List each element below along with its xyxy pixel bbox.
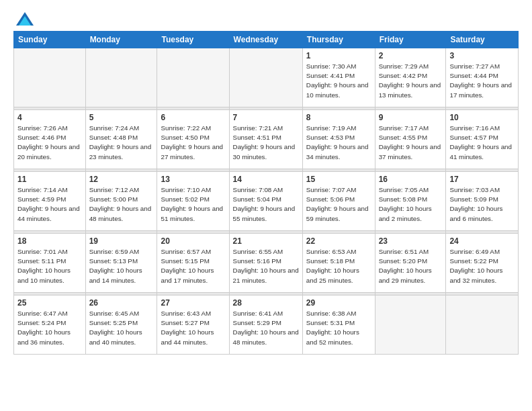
day-detail: Sunrise: 7:17 AMSunset: 4:55 PMDaylight:… [379, 124, 443, 162]
calendar-cell [229, 48, 302, 107]
logo-icon [15, 11, 35, 31]
weekday-header: Friday [375, 32, 446, 48]
calendar-cell: 6Sunrise: 7:22 AMSunset: 4:50 PMDaylight… [157, 110, 229, 169]
day-number: 20 [161, 236, 225, 246]
weekday-header: Thursday [302, 32, 375, 48]
day-number: 2 [379, 51, 443, 60]
day-number: 9 [379, 113, 443, 122]
weekday-header: Wednesday [229, 32, 302, 48]
calendar-cell: 27Sunrise: 6:43 AMSunset: 5:27 PMDayligh… [157, 295, 229, 355]
day-detail: Sunrise: 6:53 AMSunset: 5:18 PMDaylight:… [306, 247, 371, 285]
calendar-cell: 14Sunrise: 7:08 AMSunset: 5:04 PMDayligh… [229, 172, 302, 231]
day-number: 26 [89, 298, 154, 308]
day-detail: Sunrise: 7:14 AMSunset: 4:59 PMDaylight:… [17, 185, 82, 224]
day-number: 4 [17, 113, 82, 122]
day-detail: Sunrise: 6:43 AMSunset: 5:27 PMDaylight:… [161, 309, 225, 347]
calendar-cell [446, 295, 519, 355]
page-container: SundayMondayTuesdayWednesdayThursdayFrid… [0, 0, 532, 361]
calendar-week-row: 1Sunrise: 7:30 AMSunset: 4:41 PMDaylight… [14, 48, 519, 107]
weekday-header: Tuesday [157, 32, 229, 48]
calendar-week-row: 11Sunrise: 7:14 AMSunset: 4:59 PMDayligh… [14, 172, 519, 231]
logo [13, 11, 35, 27]
day-detail: Sunrise: 7:21 AMSunset: 4:51 PMDaylight:… [233, 124, 299, 162]
day-detail: Sunrise: 7:03 AMSunset: 5:09 PMDaylight:… [449, 185, 515, 224]
day-number: 8 [306, 113, 371, 122]
day-detail: Sunrise: 6:49 AMSunset: 5:22 PMDaylight:… [449, 247, 515, 285]
calendar-week-row: 4Sunrise: 7:26 AMSunset: 4:46 PMDaylight… [14, 110, 519, 169]
day-number: 19 [89, 236, 154, 246]
day-number: 3 [449, 51, 515, 60]
calendar-cell: 28Sunrise: 6:41 AMSunset: 5:29 PMDayligh… [229, 295, 302, 355]
calendar-cell: 17Sunrise: 7:03 AMSunset: 5:09 PMDayligh… [446, 172, 519, 231]
calendar-cell: 18Sunrise: 7:01 AMSunset: 5:11 PMDayligh… [14, 234, 86, 293]
calendar-cell: 22Sunrise: 6:53 AMSunset: 5:18 PMDayligh… [302, 234, 375, 293]
day-detail: Sunrise: 6:45 AMSunset: 5:25 PMDaylight:… [89, 309, 154, 347]
day-number: 28 [233, 298, 299, 308]
calendar-cell: 13Sunrise: 7:10 AMSunset: 5:02 PMDayligh… [157, 172, 229, 231]
day-detail: Sunrise: 7:16 AMSunset: 4:57 PMDaylight:… [449, 124, 515, 162]
day-detail: Sunrise: 6:55 AMSunset: 5:16 PMDaylight:… [233, 247, 299, 285]
day-number: 29 [306, 298, 371, 308]
calendar-cell [375, 295, 446, 355]
header [13, 11, 519, 27]
day-number: 1 [306, 51, 371, 60]
day-number: 7 [233, 113, 299, 122]
weekday-header: Saturday [446, 32, 519, 48]
day-number: 6 [161, 113, 225, 122]
day-number: 5 [89, 113, 154, 122]
day-number: 27 [161, 298, 225, 308]
day-number: 15 [306, 175, 371, 184]
calendar-week-row: 18Sunrise: 7:01 AMSunset: 5:11 PMDayligh… [14, 234, 519, 293]
day-number: 17 [449, 175, 515, 184]
calendar-cell: 5Sunrise: 7:24 AMSunset: 4:48 PMDaylight… [85, 110, 157, 169]
day-number: 23 [379, 236, 443, 246]
day-detail: Sunrise: 6:47 AMSunset: 5:24 PMDaylight:… [17, 309, 82, 347]
day-number: 10 [449, 113, 515, 122]
calendar-cell [85, 48, 157, 107]
calendar-cell: 4Sunrise: 7:26 AMSunset: 4:46 PMDaylight… [14, 110, 86, 169]
day-number: 12 [89, 175, 154, 184]
day-detail: Sunrise: 7:08 AMSunset: 5:04 PMDaylight:… [233, 185, 299, 224]
weekday-header: Monday [85, 32, 157, 48]
calendar-cell: 3Sunrise: 7:27 AMSunset: 4:44 PMDaylight… [446, 48, 519, 107]
calendar-cell: 15Sunrise: 7:07 AMSunset: 5:06 PMDayligh… [302, 172, 375, 231]
day-detail: Sunrise: 7:07 AMSunset: 5:06 PMDaylight:… [306, 185, 371, 224]
day-detail: Sunrise: 7:22 AMSunset: 4:50 PMDaylight:… [161, 124, 225, 162]
day-detail: Sunrise: 7:27 AMSunset: 4:44 PMDaylight:… [449, 62, 515, 100]
calendar-cell: 2Sunrise: 7:29 AMSunset: 4:42 PMDaylight… [375, 48, 446, 107]
calendar-cell: 11Sunrise: 7:14 AMSunset: 4:59 PMDayligh… [14, 172, 86, 231]
day-number: 11 [17, 175, 82, 184]
day-detail: Sunrise: 7:24 AMSunset: 4:48 PMDaylight:… [89, 124, 154, 162]
calendar-cell: 20Sunrise: 6:57 AMSunset: 5:15 PMDayligh… [157, 234, 229, 293]
calendar-cell: 25Sunrise: 6:47 AMSunset: 5:24 PMDayligh… [14, 295, 86, 355]
day-detail: Sunrise: 7:19 AMSunset: 4:53 PMDaylight:… [306, 124, 371, 162]
day-detail: Sunrise: 6:57 AMSunset: 5:15 PMDaylight:… [161, 247, 225, 285]
day-number: 16 [379, 175, 443, 184]
day-number: 13 [161, 175, 225, 184]
day-detail: Sunrise: 6:41 AMSunset: 5:29 PMDaylight:… [233, 309, 299, 347]
calendar-cell: 26Sunrise: 6:45 AMSunset: 5:25 PMDayligh… [85, 295, 157, 355]
calendar-cell: 23Sunrise: 6:51 AMSunset: 5:20 PMDayligh… [375, 234, 446, 293]
day-detail: Sunrise: 6:59 AMSunset: 5:13 PMDaylight:… [89, 247, 154, 285]
calendar-cell: 19Sunrise: 6:59 AMSunset: 5:13 PMDayligh… [85, 234, 157, 293]
calendar-cell: 24Sunrise: 6:49 AMSunset: 5:22 PMDayligh… [446, 234, 519, 293]
day-detail: Sunrise: 7:12 AMSunset: 5:00 PMDaylight:… [89, 185, 154, 224]
day-detail: Sunrise: 7:05 AMSunset: 5:08 PMDaylight:… [379, 185, 443, 224]
calendar-cell: 8Sunrise: 7:19 AMSunset: 4:53 PMDaylight… [302, 110, 375, 169]
day-detail: Sunrise: 7:29 AMSunset: 4:42 PMDaylight:… [379, 62, 443, 100]
calendar-cell [157, 48, 229, 107]
calendar-table: SundayMondayTuesdayWednesdayThursdayFrid… [13, 31, 519, 355]
day-number: 25 [17, 298, 82, 308]
day-number: 22 [306, 236, 371, 246]
day-detail: Sunrise: 6:38 AMSunset: 5:31 PMDaylight:… [306, 309, 371, 347]
calendar-cell: 12Sunrise: 7:12 AMSunset: 5:00 PMDayligh… [85, 172, 157, 231]
day-detail: Sunrise: 7:30 AMSunset: 4:41 PMDaylight:… [306, 62, 371, 100]
calendar-cell: 29Sunrise: 6:38 AMSunset: 5:31 PMDayligh… [302, 295, 375, 355]
calendar-cell: 10Sunrise: 7:16 AMSunset: 4:57 PMDayligh… [446, 110, 519, 169]
calendar-week-row: 25Sunrise: 6:47 AMSunset: 5:24 PMDayligh… [14, 295, 519, 355]
calendar-cell: 21Sunrise: 6:55 AMSunset: 5:16 PMDayligh… [229, 234, 302, 293]
weekday-header: Sunday [14, 32, 86, 48]
calendar-cell: 7Sunrise: 7:21 AMSunset: 4:51 PMDaylight… [229, 110, 302, 169]
calendar-cell: 16Sunrise: 7:05 AMSunset: 5:08 PMDayligh… [375, 172, 446, 231]
day-number: 18 [17, 236, 82, 246]
